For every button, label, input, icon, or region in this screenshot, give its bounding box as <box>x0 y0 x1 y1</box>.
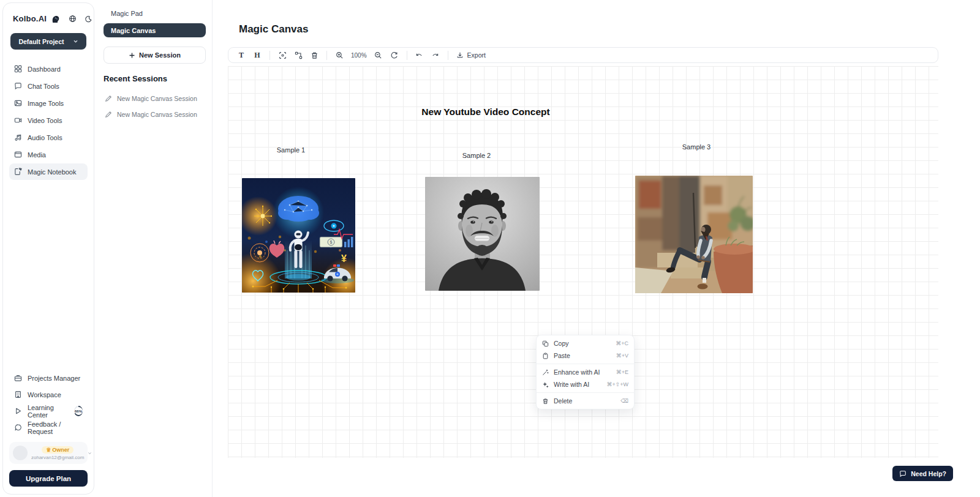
delete-tool-button[interactable] <box>307 49 321 61</box>
sidebar-item-label: Media <box>28 151 46 159</box>
toolbar-divider <box>270 51 270 60</box>
reset-view-button[interactable] <box>388 49 401 61</box>
sidebar-item-workspace[interactable]: Workspace <box>9 386 88 403</box>
trash-icon <box>542 398 549 405</box>
video-icon <box>14 116 22 124</box>
new-session-label: New Session <box>139 51 181 59</box>
canvas-heading-text[interactable]: New Youtube Video Concept <box>421 106 549 118</box>
sidebar-item-audio-tools[interactable]: Audio Tools <box>9 129 88 146</box>
export-button[interactable]: Export <box>454 51 488 59</box>
sidebar-item-chat-tools[interactable]: Chat Tools <box>9 78 88 94</box>
page-title: Magic Canvas <box>239 23 308 36</box>
learning-progress-ring: 66% <box>74 406 83 416</box>
context-menu-shortcut: ⌫ <box>620 398 628 404</box>
context-menu: Copy ⌘+C Paste ⌘+V Enhance with AI ⌘+E W… <box>536 335 635 409</box>
context-menu-item-delete[interactable]: Delete ⌫ <box>537 395 634 407</box>
building-icon <box>14 390 22 398</box>
context-menu-shortcut: ⌘+V <box>616 353 628 359</box>
sidebar-item-label: Learning Center <box>28 404 67 419</box>
sidebar-item-dashboard[interactable]: Dashboard <box>9 61 88 77</box>
context-menu-label: Write with AI <box>554 381 601 388</box>
briefcase-icon <box>14 374 22 382</box>
audio-icon <box>14 133 22 141</box>
app-root: Kolbo.AI Default Project Dashboard <box>0 0 980 497</box>
session-item-label: New Magic Canvas Session <box>117 95 197 102</box>
paste-icon <box>542 353 549 359</box>
sample-1-label[interactable]: Sample 1 <box>277 146 305 154</box>
user-info: ♛ Owner zoharvan12@gmail.com <box>31 446 84 460</box>
sample-2-label[interactable]: Sample 2 <box>462 152 491 159</box>
toolbar-divider <box>326 51 327 60</box>
crown-icon: ♛ <box>46 447 51 453</box>
copy-icon <box>542 340 549 347</box>
sidebar-item-magic-notebook[interactable]: Magic Notebook <box>9 163 88 180</box>
plus-icon <box>129 52 135 59</box>
recent-sessions-title: Recent Sessions <box>104 74 207 83</box>
sidebar-item-media[interactable]: Media <box>9 146 88 163</box>
sidebar-item-label: Dashboard <box>28 65 61 73</box>
sidebar-item-label: Magic Notebook <box>28 168 77 176</box>
select-tool-button[interactable] <box>276 49 289 61</box>
magic-canvas-item[interactable]: Magic Canvas <box>104 23 206 37</box>
project-selector[interactable]: Default Project <box>10 33 86 50</box>
context-menu-item-write-with-ai[interactable]: Write with AI ⌘+⇧+W <box>537 378 634 390</box>
chat-bubble-icon <box>899 470 907 477</box>
context-menu-label: Delete <box>554 397 616 405</box>
need-help-button[interactable]: Need Help? <box>892 466 953 481</box>
sidebar-item-video-tools[interactable]: Video Tools <box>9 112 88 129</box>
brand-logo: Kolbo.AI <box>13 14 47 23</box>
heading-tool-button[interactable]: H <box>251 49 264 61</box>
pencil-icon <box>105 95 112 102</box>
sample-3-image[interactable] <box>635 176 753 293</box>
upgrade-plan-button[interactable]: Upgrade Plan <box>9 470 88 487</box>
new-session-button[interactable]: New Session <box>104 47 206 64</box>
sidebar-item-image-tools[interactable]: Image Tools <box>9 95 88 111</box>
user-account[interactable]: ♛ Owner zoharvan12@gmail.com <box>9 442 88 464</box>
context-menu-shortcut: ⌘+C <box>616 340 628 346</box>
sidebar-item-feedback-request[interactable]: Feedback / Request <box>9 419 88 436</box>
text-tool-button[interactable]: T <box>235 49 248 61</box>
connector-icon <box>295 51 303 59</box>
context-menu-item-copy[interactable]: Copy ⌘+C <box>537 337 634 349</box>
zoom-out-button[interactable] <box>372 49 385 61</box>
sidebar-item-learning-center[interactable]: Learning Center 66% <box>9 403 88 419</box>
redo-icon <box>431 51 439 59</box>
connector-tool-button[interactable] <box>292 49 305 61</box>
sample-1-image[interactable]: $ ¥ <box>242 178 355 293</box>
context-menu-label: Enhance with AI <box>554 368 611 376</box>
sidebar-item-label: Workspace <box>28 391 61 398</box>
sidebar-item-label: Image Tools <box>28 100 64 107</box>
session-item[interactable]: New Magic Canvas Session <box>104 91 207 106</box>
dashboard-icon <box>14 65 22 73</box>
pencil-icon <box>105 111 112 118</box>
canvas-toolbar: T H 100% Export <box>228 47 938 63</box>
context-menu-divider <box>537 364 634 364</box>
sample-2-image[interactable] <box>425 177 540 291</box>
image-icon <box>14 99 22 107</box>
undo-button[interactable] <box>413 49 426 61</box>
session-item-label: New Magic Canvas Session <box>117 111 197 118</box>
sidebar-item-label: Projects Manager <box>28 375 80 382</box>
redo-button[interactable] <box>429 49 442 61</box>
sidebar-item-projects-manager[interactable]: Projects Manager <box>9 370 88 386</box>
owner-badge: ♛ Owner <box>42 446 74 454</box>
session-item[interactable]: New Magic Canvas Session <box>104 106 207 122</box>
zoom-in-button[interactable] <box>333 49 346 61</box>
rotate-icon <box>390 51 398 59</box>
toolbar-divider <box>407 51 407 60</box>
moon-icon[interactable] <box>85 15 92 23</box>
sample-3-label[interactable]: Sample 3 <box>682 143 710 151</box>
context-menu-item-enhance-with-ai[interactable]: Enhance with AI ⌘+E <box>537 366 634 378</box>
context-menu-shortcut: ⌘+⇧+W <box>606 381 628 387</box>
select-icon <box>279 51 287 59</box>
magic-pad-item[interactable]: Magic Pad <box>104 9 207 23</box>
chat-icon <box>14 82 22 90</box>
sessions-panel: Magic Pad Magic Canvas New Session Recen… <box>95 0 213 497</box>
context-menu-item-paste[interactable]: Paste ⌘+V <box>537 349 634 362</box>
context-menu-label: Copy <box>554 340 611 347</box>
globe-icon[interactable] <box>69 15 77 23</box>
project-selector-label: Default Project <box>18 38 64 45</box>
zoom-out-icon <box>374 51 382 59</box>
zoom-level: 100% <box>349 52 369 59</box>
avatar <box>13 446 28 460</box>
